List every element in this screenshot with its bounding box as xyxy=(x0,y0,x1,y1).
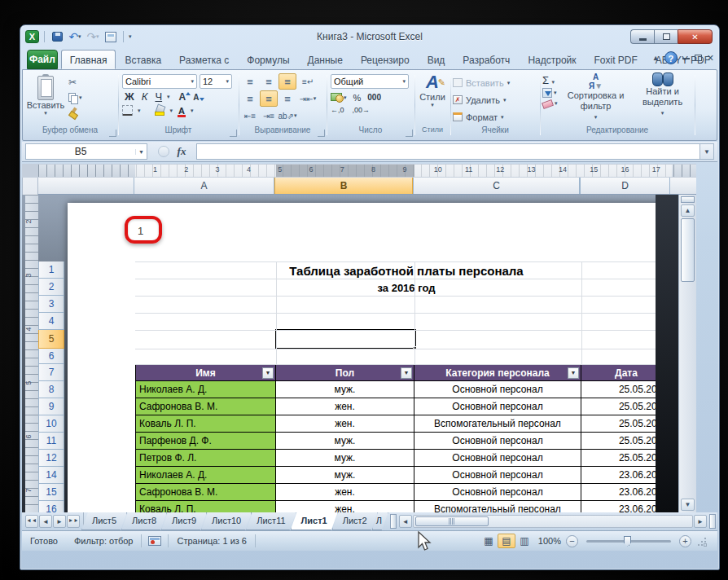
tab-file[interactable]: Файл xyxy=(27,50,58,69)
zoom-slider-thumb[interactable] xyxy=(624,536,631,547)
align-top-button[interactable]: ≡ xyxy=(241,73,259,90)
sheet-tab-лист9[interactable]: Лист9 xyxy=(161,512,207,530)
find-select-button[interactable]: Найти и выделить ▾ xyxy=(634,72,691,125)
cell-category[interactable]: Вспомогательный персонал xyxy=(414,501,581,512)
tab-главная[interactable]: Главная xyxy=(61,50,116,69)
cell-name[interactable]: Коваль Л. П. xyxy=(135,501,276,512)
cell-gender[interactable]: муж. xyxy=(276,381,414,398)
row-header-3[interactable]: 3 xyxy=(38,296,64,313)
tab-рецензиро[interactable]: Рецензиро xyxy=(352,50,419,69)
cut-button[interactable]: ✂ xyxy=(67,76,84,89)
selected-cell-b5[interactable] xyxy=(275,329,416,349)
cell-gender[interactable]: жен. xyxy=(276,415,414,433)
percent-button[interactable]: % xyxy=(353,93,362,103)
name-box[interactable]: B5 ▼ xyxy=(25,143,147,160)
tab-разработч[interactable]: Разработч xyxy=(454,50,519,69)
cell-category[interactable]: Основной персонал xyxy=(414,398,581,415)
cell-gender[interactable]: жен. xyxy=(276,501,414,512)
cell-name[interactable]: Петров Ф. Л. xyxy=(135,450,276,467)
page-layout-view-button[interactable]: ▤ xyxy=(498,534,515,548)
paste-button[interactable]: Вставить ▾ xyxy=(24,72,67,125)
autosum-button[interactable]: Σ ▾ xyxy=(542,74,558,86)
row-header-2[interactable]: 2 xyxy=(38,279,64,296)
row-header-15[interactable]: 15 xyxy=(38,484,64,501)
cell-gender[interactable]: жен. xyxy=(276,398,414,415)
font-size-combo[interactable]: 12▾ xyxy=(200,74,232,89)
scroll-up-button[interactable]: ▲ xyxy=(681,204,695,217)
zoom-slider[interactable] xyxy=(586,540,671,543)
tab-разметка-с[interactable]: Разметка с xyxy=(170,50,238,69)
wrap-text-button[interactable]: ≡↵ xyxy=(297,73,318,90)
row-header-9[interactable]: 9 xyxy=(38,398,64,415)
scrollbar-split-handle[interactable] xyxy=(709,514,716,529)
row-header-11[interactable]: 11 xyxy=(38,433,64,450)
scroll-down-button[interactable]: ▼ xyxy=(681,499,695,511)
merge-center-button[interactable]: ⇥⇤▾ xyxy=(297,90,318,107)
cell-name[interactable]: Коваль Л. П. xyxy=(135,415,276,433)
next-sheet-button[interactable]: ► xyxy=(53,515,66,528)
column-header-a[interactable]: A xyxy=(134,178,274,194)
fill-button[interactable]: ▾ xyxy=(542,88,558,98)
cell-name[interactable]: Сафронова В. М. xyxy=(135,484,276,501)
column-header-b[interactable]: B xyxy=(274,178,413,194)
sort-filter-button[interactable]: АЯ▼ Сортировка и фильтр ▾ xyxy=(564,72,628,125)
expand-formula-bar-button[interactable]: ▼ xyxy=(699,143,714,160)
sheet-tab-лист10[interactable]: Лист10 xyxy=(201,512,252,530)
row-header-12[interactable]: 12 xyxy=(38,450,64,467)
cell-name[interactable]: Сафронова В. М. xyxy=(135,398,276,415)
tab-вид[interactable]: Вид xyxy=(419,50,454,69)
accounting-format-button[interactable]: ▾ xyxy=(331,92,347,103)
align-right-button[interactable]: ≡ xyxy=(278,90,296,107)
tab-foxit-pdf[interactable]: Foxit PDF xyxy=(585,50,647,69)
copy-button[interactable]: ▾ xyxy=(67,92,84,103)
cell-category[interactable]: Основной персонал xyxy=(414,433,581,450)
cell-category[interactable]: Основной персонал xyxy=(414,450,581,467)
shrink-font-button[interactable]: А xyxy=(193,93,204,102)
workbook-minimize-icon[interactable] xyxy=(682,57,690,59)
bold-button[interactable]: Ж xyxy=(122,90,137,103)
delete-cells-button[interactable]: ✗Удалить▾ xyxy=(453,92,537,108)
sheet-tab-лист5[interactable]: Лист5 xyxy=(81,512,127,530)
row-header-10[interactable]: 10 xyxy=(38,415,64,433)
restore-button[interactable] xyxy=(654,29,678,44)
split-handle[interactable] xyxy=(681,196,695,203)
align-middle-button[interactable]: ≡ xyxy=(260,73,278,90)
first-sheet-button[interactable]: ⯇⯇ xyxy=(25,515,38,528)
insert-function-button[interactable]: fx xyxy=(178,145,186,158)
font-name-combo[interactable]: Calibri▾ xyxy=(122,74,197,89)
number-format-combo[interactable]: Общий▾ xyxy=(331,74,409,89)
orientation-button[interactable]: ab⇗▾ xyxy=(278,108,296,124)
styles-button[interactable]: A Стили ▾ xyxy=(417,72,448,125)
sheet-tab-лист8[interactable]: Лист8 xyxy=(121,512,167,530)
row-header-4[interactable]: 4 xyxy=(38,313,64,330)
row-header-1[interactable]: 1 xyxy=(38,261,64,279)
macro-record-icon[interactable] xyxy=(148,536,161,546)
hscroll-right-button[interactable]: ► xyxy=(694,515,707,528)
zoom-in-button[interactable]: + xyxy=(679,535,691,547)
cell-gender[interactable]: муж. xyxy=(276,467,414,484)
dialog-launcher-icon[interactable] xyxy=(230,130,237,137)
vertical-scrollbar[interactable]: ▲ ▼ xyxy=(678,195,696,512)
grow-font-button[interactable]: А xyxy=(179,91,191,103)
increase-indent-button[interactable]: ⇥≡ xyxy=(260,108,278,124)
last-sheet-button[interactable]: ⯈⯈ xyxy=(67,515,80,528)
cell-category[interactable]: Основной персонал xyxy=(414,467,581,484)
row-header-5[interactable]: 5 xyxy=(38,330,64,349)
cell-category[interactable]: Основной персонал xyxy=(414,381,581,398)
tab-split-handle[interactable] xyxy=(390,514,397,529)
formula-input[interactable] xyxy=(196,143,699,160)
align-left-button[interactable]: ≡ xyxy=(241,90,259,107)
borders-button[interactable] xyxy=(122,105,133,116)
sheet-tab-лист1[interactable]: Лист1 xyxy=(291,512,338,530)
italic-button[interactable]: К xyxy=(139,90,151,103)
underline-button[interactable]: Ч xyxy=(152,90,164,103)
increase-decimal-button[interactable]: ←,0 xyxy=(331,106,344,114)
page-break-view-button[interactable]: ▥ xyxy=(515,534,533,548)
cell-name[interactable]: Николаев А. Д. xyxy=(135,381,276,398)
font-color-button[interactable]: А xyxy=(178,107,186,115)
chevron-down-icon[interactable]: ▼ xyxy=(135,149,147,155)
zoom-out-button[interactable]: − xyxy=(566,535,578,547)
fill-color-button[interactable] xyxy=(155,105,165,116)
minimize-button[interactable] xyxy=(630,29,654,44)
format-cells-button[interactable]: Формат▾ xyxy=(453,109,537,125)
